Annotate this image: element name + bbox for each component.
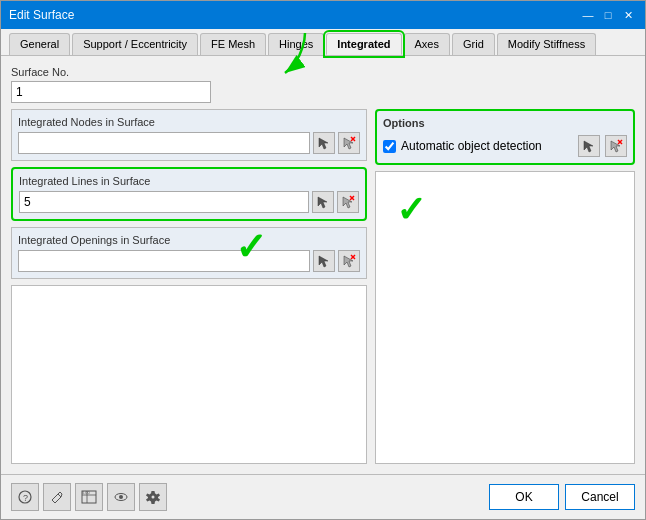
surface-no-input[interactable] (11, 81, 211, 103)
tab-fe-mesh[interactable]: FE Mesh (200, 33, 266, 55)
tab-general[interactable]: General (9, 33, 70, 55)
select-nodes-button[interactable] (313, 132, 335, 154)
tab-modify-stiffness[interactable]: Modify Stiffness (497, 33, 596, 55)
select-options-button[interactable] (578, 135, 600, 157)
auto-detect-label: Automatic object detection (401, 139, 542, 153)
surface-no-section: Surface No. (11, 66, 635, 103)
integrated-openings-input[interactable] (18, 250, 310, 272)
action-buttons: OK Cancel (489, 484, 635, 510)
table-button[interactable]: 0.00 (75, 483, 103, 511)
auto-detect-row: Automatic object detection (383, 135, 627, 157)
integrated-nodes-label: Integrated Nodes in Surface (18, 116, 360, 128)
tab-integrated[interactable]: Integrated (326, 33, 401, 55)
bottom-bar: ? 0.00 (1, 474, 645, 519)
cancel-button[interactable]: Cancel (565, 484, 635, 510)
tab-support[interactable]: Support / Eccentricity (72, 33, 198, 55)
cursor-options-icon (582, 139, 596, 153)
two-column-layout: Integrated Nodes in Surface (11, 109, 635, 464)
view-button[interactable] (107, 483, 135, 511)
window-controls: — □ ✕ (579, 6, 637, 24)
integrated-lines-label: Integrated Lines in Surface (19, 175, 359, 187)
close-button[interactable]: ✕ (619, 6, 637, 24)
integrated-lines-input-row (19, 191, 359, 213)
edit-icon (50, 490, 64, 504)
deselect-cursor-icon (342, 136, 356, 150)
deselect-openings-button[interactable] (338, 250, 360, 272)
integrated-lines-input[interactable] (19, 191, 309, 213)
eye-icon (114, 490, 128, 504)
options-title: Options (383, 117, 627, 129)
cursor-icon (317, 136, 331, 150)
integrated-openings-input-row (18, 250, 360, 272)
tab-axes[interactable]: Axes (404, 33, 450, 55)
integrated-openings-section: Integrated Openings in Surface (11, 227, 367, 279)
settings-button[interactable] (139, 483, 167, 511)
table-icon: 0.00 (81, 490, 97, 504)
select-openings-button[interactable] (313, 250, 335, 272)
checkmark-annotation: ✓ (396, 192, 426, 228)
integrated-openings-label: Integrated Openings in Surface (18, 234, 360, 246)
cursor-lines-icon (316, 195, 330, 209)
integrated-lines-section: Integrated Lines in Surface (11, 167, 367, 221)
tab-hinges[interactable]: Hinges (268, 33, 324, 55)
help-icon: ? (18, 490, 32, 504)
title-bar: Edit Surface — □ ✕ (1, 1, 645, 29)
deselect-options-icon (609, 139, 623, 153)
deselect-nodes-button[interactable] (338, 132, 360, 154)
surface-no-label: Surface No. (11, 66, 635, 78)
tab-bar: General Support / Eccentricity FE Mesh H… (1, 29, 645, 56)
integrated-nodes-input[interactable] (18, 132, 310, 154)
bottom-icon-bar: ? 0.00 (11, 483, 167, 511)
window-title: Edit Surface (9, 8, 74, 22)
right-column: Options Automatic object detection (375, 109, 635, 464)
edit-surface-window: Edit Surface — □ ✕ General Support / Ecc… (0, 0, 646, 520)
cursor-openings-icon (317, 254, 331, 268)
maximize-button[interactable]: □ (599, 6, 617, 24)
settings-icon (146, 490, 160, 504)
deselect-lines-icon (341, 195, 355, 209)
tab-grid[interactable]: Grid (452, 33, 495, 55)
minimize-button[interactable]: — (579, 6, 597, 24)
deselect-lines-button[interactable] (337, 191, 359, 213)
svg-point-15 (119, 495, 123, 499)
content-area: Surface No. Integrated Nodes in Surface (1, 56, 645, 474)
svg-text:?: ? (23, 493, 28, 503)
svg-text:0.00: 0.00 (82, 490, 91, 495)
options-section: Options Automatic object detection (375, 109, 635, 165)
integrated-nodes-input-row (18, 132, 360, 154)
ok-button[interactable]: OK (489, 484, 559, 510)
auto-detect-checkbox[interactable] (383, 140, 396, 153)
left-column: Integrated Nodes in Surface (11, 109, 367, 464)
deselect-openings-icon (342, 254, 356, 268)
left-empty-area (11, 285, 367, 464)
edit-button[interactable] (43, 483, 71, 511)
select-lines-button[interactable] (312, 191, 334, 213)
right-empty-area: ✓ (375, 171, 635, 464)
integrated-nodes-section: Integrated Nodes in Surface (11, 109, 367, 161)
deselect-options-button[interactable] (605, 135, 627, 157)
help-button[interactable]: ? (11, 483, 39, 511)
